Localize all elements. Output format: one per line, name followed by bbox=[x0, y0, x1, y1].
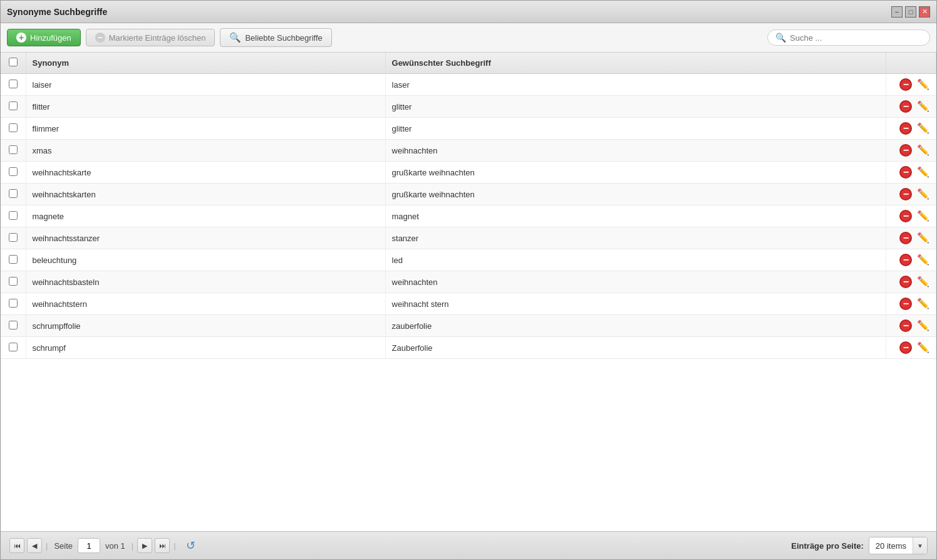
table-row: flitter glitter − ✏️ bbox=[1, 96, 936, 118]
window-title: Synonyme Suchbegriffe bbox=[7, 7, 107, 17]
delete-icon: − bbox=[899, 319, 912, 332]
row-delete-button[interactable]: − bbox=[899, 78, 912, 91]
row-delete-button[interactable]: − bbox=[899, 276, 912, 288]
row-checkbox[interactable] bbox=[9, 101, 18, 110]
row-edit-button[interactable]: ✏️ bbox=[917, 342, 929, 353]
row-search-term: Zauberfolie bbox=[385, 337, 886, 359]
row-search-term: magnet bbox=[385, 205, 886, 227]
header-synonym: Synonym bbox=[26, 53, 385, 74]
row-delete-button[interactable]: − bbox=[899, 341, 912, 354]
row-delete-button[interactable]: − bbox=[899, 100, 912, 113]
delete-button-label: Markierte Einträge löschen bbox=[109, 33, 206, 43]
header-search-term: Gewünschter Suchbegriff bbox=[385, 53, 886, 74]
row-synonym: weihnachtsstanzer bbox=[26, 227, 385, 249]
row-search-term: grußkarte weihnachten bbox=[385, 162, 886, 184]
row-checkbox[interactable] bbox=[9, 145, 18, 154]
row-checkbox-cell bbox=[1, 184, 26, 205]
row-checkbox[interactable] bbox=[9, 277, 18, 286]
row-edit-button[interactable]: ✏️ bbox=[917, 210, 929, 221]
table-header-row: Synonym Gewünschter Suchbegriff bbox=[1, 53, 936, 74]
row-synonym: weihnachtsbasteln bbox=[26, 271, 385, 293]
dropdown-arrow-icon[interactable]: ▼ bbox=[913, 537, 927, 554]
row-actions: − ✏️ bbox=[886, 162, 936, 184]
row-edit-button[interactable]: ✏️ bbox=[917, 101, 929, 111]
row-actions: − ✏️ bbox=[886, 96, 936, 118]
row-checkbox-cell bbox=[1, 140, 26, 162]
row-edit-button[interactable]: ✏️ bbox=[917, 79, 929, 90]
row-edit-button[interactable]: ✏️ bbox=[917, 189, 929, 199]
table-row: weihnachtskarte grußkarte weihnachten − … bbox=[1, 162, 936, 184]
row-checkbox[interactable] bbox=[9, 299, 18, 308]
row-checkbox-cell bbox=[1, 337, 26, 359]
prev-page-button[interactable]: ◀ bbox=[27, 538, 42, 553]
last-page-button[interactable]: ⏭ bbox=[155, 538, 170, 553]
row-delete-button[interactable]: − bbox=[899, 319, 912, 332]
row-checkbox[interactable] bbox=[9, 189, 18, 198]
footer-right: Einträge pro Seite: 20 items ▼ bbox=[791, 537, 928, 554]
row-edit-button[interactable]: ✏️ bbox=[917, 254, 929, 265]
first-page-button[interactable]: ⏮ bbox=[9, 538, 24, 553]
row-checkbox[interactable] bbox=[9, 321, 18, 329]
window-controls: − □ ✕ bbox=[891, 6, 930, 18]
delete-icon: − bbox=[899, 210, 912, 222]
row-delete-button[interactable]: − bbox=[899, 210, 912, 222]
delete-icon: − bbox=[899, 144, 912, 157]
row-synonym: schrumpf bbox=[26, 337, 385, 359]
row-delete-button[interactable]: − bbox=[899, 188, 912, 200]
row-checkbox[interactable] bbox=[9, 211, 18, 220]
delete-icon: − bbox=[899, 232, 912, 244]
row-checkbox[interactable] bbox=[9, 343, 18, 351]
row-delete-button[interactable]: − bbox=[899, 232, 912, 244]
row-search-term: led bbox=[385, 249, 886, 271]
row-actions: − ✏️ bbox=[886, 184, 936, 205]
table-row: flimmer glitter − ✏️ bbox=[1, 118, 936, 140]
row-edit-button[interactable]: ✏️ bbox=[917, 145, 929, 155]
add-button[interactable]: + Hinzufügen bbox=[7, 29, 81, 46]
row-checkbox[interactable] bbox=[9, 255, 18, 264]
search-wrapper: 🔍 bbox=[767, 29, 930, 46]
table-row: schrumpf Zauberfolie − ✏️ bbox=[1, 337, 936, 359]
row-synonym: weihnachtstern bbox=[26, 293, 385, 315]
row-edit-button[interactable]: ✏️ bbox=[917, 320, 929, 331]
row-delete-button[interactable]: − bbox=[899, 254, 912, 266]
delete-icon: − bbox=[899, 254, 912, 266]
minimize-button[interactable]: − bbox=[891, 6, 903, 18]
select-all-checkbox[interactable] bbox=[9, 58, 18, 66]
row-delete-button[interactable]: − bbox=[899, 298, 912, 310]
row-actions: − ✏️ bbox=[886, 205, 936, 227]
delete-icon: − bbox=[899, 122, 912, 135]
items-per-page-value: 20 items bbox=[869, 537, 913, 554]
row-checkbox[interactable] bbox=[9, 123, 18, 132]
row-checkbox[interactable] bbox=[9, 80, 18, 88]
row-synonym: flimmer bbox=[26, 118, 385, 140]
row-checkbox-cell bbox=[1, 293, 26, 315]
pager-sep1: | bbox=[46, 541, 48, 551]
row-delete-button[interactable]: − bbox=[899, 122, 912, 135]
maximize-button[interactable]: □ bbox=[905, 6, 916, 18]
row-edit-button[interactable]: ✏️ bbox=[917, 232, 929, 243]
table-row: weihnachtskarten grußkarte weihnachten −… bbox=[1, 184, 936, 205]
row-edit-button[interactable]: ✏️ bbox=[917, 123, 929, 133]
row-edit-button[interactable]: ✏️ bbox=[917, 276, 929, 287]
page-input[interactable] bbox=[78, 538, 100, 553]
main-window: Synonyme Suchbegriffe − □ ✕ + Hinzufügen… bbox=[0, 0, 937, 560]
close-button[interactable]: ✕ bbox=[919, 6, 930, 18]
next-page-button[interactable]: ▶ bbox=[137, 538, 152, 553]
row-delete-button[interactable]: − bbox=[899, 144, 912, 157]
row-edit-button[interactable]: ✏️ bbox=[917, 298, 929, 309]
delete-button[interactable]: − Markierte Einträge löschen bbox=[86, 29, 215, 46]
row-edit-button[interactable]: ✏️ bbox=[917, 167, 929, 177]
items-per-page-dropdown[interactable]: 20 items ▼ bbox=[869, 537, 928, 554]
popular-button[interactable]: 🔍 Beliebte Suchbegriffe bbox=[220, 28, 331, 47]
refresh-button[interactable]: ↺ bbox=[182, 537, 200, 554]
popular-icon: 🔍 bbox=[229, 32, 241, 43]
table-row: weihnachtstern weihnacht stern − ✏️ bbox=[1, 293, 936, 315]
row-delete-button[interactable]: − bbox=[899, 166, 912, 179]
row-search-term: laser bbox=[385, 74, 886, 96]
table-row: laiser laser − ✏️ bbox=[1, 74, 936, 96]
search-input[interactable] bbox=[790, 33, 922, 43]
table-row: weihnachtsbasteln weihnachten − ✏️ bbox=[1, 271, 936, 293]
row-checkbox[interactable] bbox=[9, 233, 18, 242]
row-checkbox[interactable] bbox=[9, 167, 18, 176]
items-per-page-label: Einträge pro Seite: bbox=[791, 541, 864, 551]
